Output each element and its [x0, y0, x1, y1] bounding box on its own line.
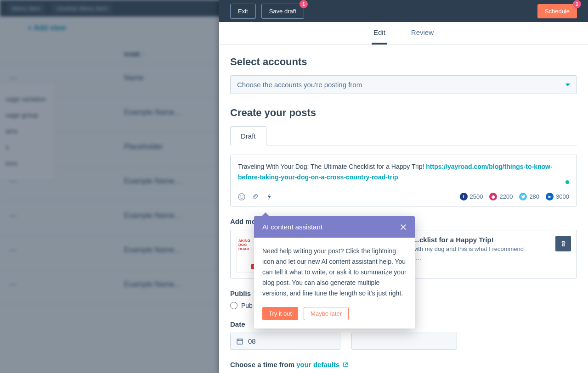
- ai-assistant-popover: AI content assistant Need help writing y…: [254, 216, 415, 328]
- svg-rect-3: [237, 339, 243, 344]
- media-description: with my dog and this is what I recommend: [413, 245, 571, 252]
- save-draft-button[interactable]: Save draft 1: [261, 4, 304, 19]
- post-tabs: Draft: [230, 126, 577, 145]
- save-draft-badge: 1: [300, 0, 308, 8]
- time-picker[interactable]: [351, 333, 457, 350]
- media-link: k…: [413, 254, 571, 261]
- svg-point-2: [243, 195, 243, 196]
- tab-edit[interactable]: Edit: [372, 22, 387, 45]
- linkedin-icon: in: [546, 193, 554, 200]
- delete-media-button[interactable]: [555, 236, 571, 251]
- ai-lightning-icon[interactable]: [266, 193, 273, 200]
- svg-point-0: [238, 194, 245, 200]
- schedule-button[interactable]: Schedule 1: [537, 4, 577, 18]
- svg-point-1: [240, 195, 241, 196]
- exit-button[interactable]: Exit: [230, 4, 256, 19]
- instagram-icon: ◉: [489, 193, 497, 200]
- composer-toolbar: f 2500 ◉ 2200 280 in: [231, 189, 577, 206]
- popover-title: AI content assistant: [262, 223, 322, 231]
- chevron-down-icon: [565, 84, 570, 86]
- create-posts-title: Create your posts: [230, 107, 577, 119]
- popover-body: Need help writing your post? Click the l…: [254, 238, 415, 307]
- save-draft-label: Save draft: [269, 8, 296, 15]
- emoji-icon[interactable]: [238, 193, 245, 200]
- accounts-placeholder: Choose the accounts you're posting from: [237, 81, 362, 89]
- media-title: …cklist for a Happy Trip!: [413, 236, 571, 244]
- panel-header: Exit Save draft 1 Schedule 1: [219, 0, 588, 22]
- instagram-count: ◉ 2200: [489, 193, 513, 200]
- calendar-icon: [236, 338, 243, 345]
- date-value: 08: [248, 337, 256, 345]
- date-picker[interactable]: 08: [230, 333, 340, 350]
- external-link-icon: [343, 362, 348, 367]
- defaults-prefix: Choose a time from: [230, 361, 296, 368]
- popover-close-button[interactable]: [400, 224, 407, 230]
- select-accounts-title: Select accounts: [230, 56, 577, 68]
- defaults-link[interactable]: your defaults: [296, 361, 348, 368]
- attachment-icon[interactable]: [252, 193, 259, 200]
- try-it-button[interactable]: Try it out: [262, 307, 298, 320]
- twitter-icon: [519, 193, 527, 200]
- composer-text-area[interactable]: Traveling With Your Dog: The Ultimate Ch…: [231, 155, 577, 189]
- accounts-dropdown[interactable]: Choose the accounts you're posting from: [230, 75, 577, 94]
- tab-draft[interactable]: Draft: [230, 126, 266, 145]
- publish-radio-label: Pub: [241, 302, 253, 309]
- facebook-icon: f: [460, 193, 468, 200]
- post-composer: Traveling With Your Dog: The Ultimate Ch…: [230, 155, 577, 206]
- schedule-badge: 1: [573, 0, 581, 8]
- publish-radio[interactable]: [230, 302, 237, 309]
- linkedin-count: in 3000: [546, 193, 569, 200]
- trash-icon: [560, 240, 567, 247]
- close-icon: [400, 224, 407, 230]
- composer-text: Traveling With Your Dog: The Ultimate Ch…: [238, 163, 426, 170]
- panel-tabs: Edit Review: [219, 22, 588, 45]
- twitter-count: 280: [519, 193, 539, 200]
- popover-header: AI content assistant: [254, 216, 415, 238]
- tab-review[interactable]: Review: [409, 22, 435, 45]
- facebook-count: f 2500: [460, 193, 483, 200]
- maybe-later-button[interactable]: Maybe later: [304, 307, 349, 320]
- schedule-label: Schedule: [545, 8, 570, 15]
